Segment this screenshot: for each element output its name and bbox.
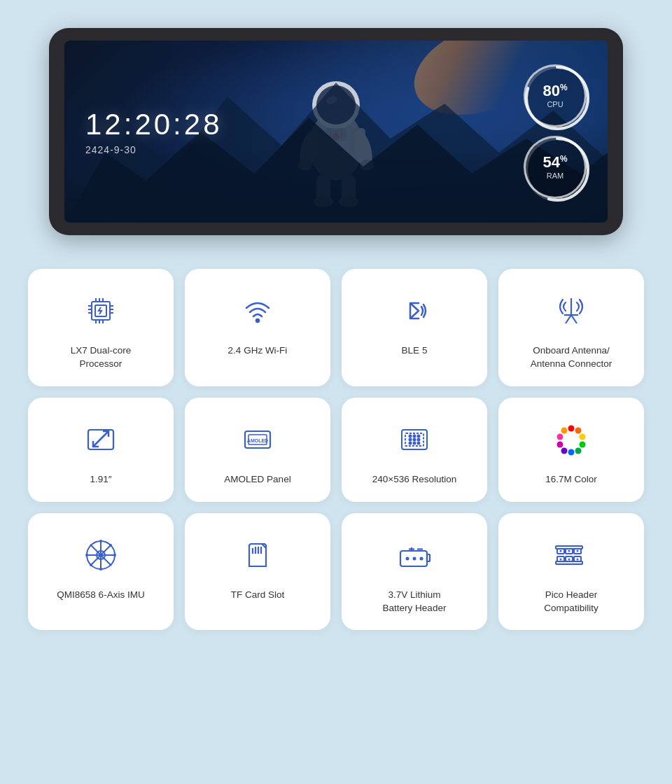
battery-icon [392,533,437,578]
svg-rect-88 [427,554,430,561]
battery-label: 3.7V LithiumBattery Header [383,589,447,615]
amoled-label: AMOLED Panel [224,473,290,486]
feature-card-size: 1.91″ [28,398,174,502]
svg-point-103 [577,550,579,552]
svg-point-70 [569,438,573,442]
cpu-stat: 80% CPU [524,64,587,127]
svg-point-9 [298,160,312,171]
svg-point-13 [314,196,333,207]
svg-point-55 [414,435,416,437]
svg-point-94 [420,556,424,560]
pico-header-icon [549,533,594,578]
antenna-label: Onboard Antenna/Antenna Connector [531,344,612,371]
svg-point-80 [113,554,116,556]
svg-point-66 [561,447,568,454]
svg-text:AMOLED: AMOLED [247,438,268,443]
device-mockup: 12:20:28 2424-9-30 80% CPU 54% [49,28,623,235]
svg-point-59 [418,442,420,444]
clock-date: 2424-9-30 [85,144,223,155]
svg-point-68 [557,433,564,440]
svg-rect-108 [556,561,582,564]
feature-card-resolution: 240×536 Resolution [342,398,487,502]
pico-label: Pico HeaderCompatibility [544,589,598,615]
color-wheel-icon [549,417,594,462]
svg-point-104 [560,558,562,560]
feature-card-pico: Pico HeaderCompatibility [498,513,644,631]
svg-point-106 [577,558,579,560]
svg-point-82 [90,564,92,566]
svg-point-65 [568,449,575,455]
feature-card-amoled: AMOLED AMOLED Panel [185,398,330,502]
feature-card-tf-card: TF Card Slot [185,513,330,631]
svg-line-42 [566,315,571,323]
sd-card-icon [235,533,280,578]
svg-point-77 [99,540,102,542]
feature-card-imu: QMI8658 6-Axis IMU [28,513,174,631]
feature-card-processor: LX7 Dual-coreProcessor [28,269,174,386]
svg-line-43 [571,315,577,323]
svg-point-14 [339,196,358,207]
svg-rect-107 [556,546,582,549]
svg-point-58 [414,442,416,444]
svg-point-93 [413,556,416,560]
feature-card-wifi: 2.4 GHz Wi-Fi [185,269,330,386]
stats-section: 80% CPU 54% RAM [524,64,587,199]
ble-label: BLE 5 [402,344,428,358]
svg-point-64 [575,447,582,454]
svg-point-2 [316,85,356,125]
device-screen: 12:20:28 2424-9-30 80% CPU 54% [64,41,608,223]
svg-point-56 [418,435,420,437]
svg-point-39 [256,319,259,322]
feature-card-ble: BLE 5 [342,269,487,386]
clock-time: 12:20:28 [85,108,223,141]
svg-point-62 [580,433,586,440]
svg-point-79 [85,554,88,556]
svg-point-52 [414,438,416,440]
chip-icon [78,288,123,333]
wifi-label: 2.4 GHz Wi-Fi [228,344,288,358]
features-grid: LX7 Dual-coreProcessor 2.4 GHz Wi-Fi [28,269,644,630]
svg-point-54 [410,435,412,437]
tf-card-label: TF Card Slot [231,589,285,602]
svg-point-61 [575,427,582,433]
amoled-icon: AMOLED [235,417,280,462]
feature-card-color: 16.7M Color [498,398,644,502]
svg-point-102 [568,550,570,552]
svg-point-78 [99,568,102,570]
svg-point-63 [580,441,586,447]
svg-point-81 [109,544,112,547]
svg-point-51 [410,438,412,440]
astronaut-illustration [273,55,399,209]
imu-label: QMI8658 6-Axis IMU [57,589,144,602]
ram-stat: 54% RAM [524,136,587,199]
processor-label: LX7 Dual-coreProcessor [71,344,131,371]
resolution-icon [392,417,437,462]
svg-point-53 [418,438,420,440]
antenna-icon [549,288,594,333]
size-label: 1.91″ [90,473,111,486]
svg-point-69 [561,427,568,433]
svg-point-92 [406,556,410,560]
svg-point-105 [568,558,570,560]
svg-point-60 [568,425,575,431]
svg-point-57 [410,442,412,444]
wifi-icon [235,288,280,333]
svg-point-67 [557,441,564,447]
color-label: 16.7M Color [545,473,597,486]
svg-line-45 [93,431,108,447]
bluetooth-icon [392,288,437,333]
screen-size-icon [78,417,123,462]
svg-point-10 [360,160,374,171]
imu-icon [78,533,123,578]
feature-card-battery: 3.7V LithiumBattery Header [342,513,487,631]
clock-section: 12:20:28 2424-9-30 [85,108,223,155]
feature-card-antenna: Onboard Antenna/Antenna Connector [498,269,644,386]
svg-point-101 [560,550,562,552]
resolution-label: 240×536 Resolution [372,473,456,486]
